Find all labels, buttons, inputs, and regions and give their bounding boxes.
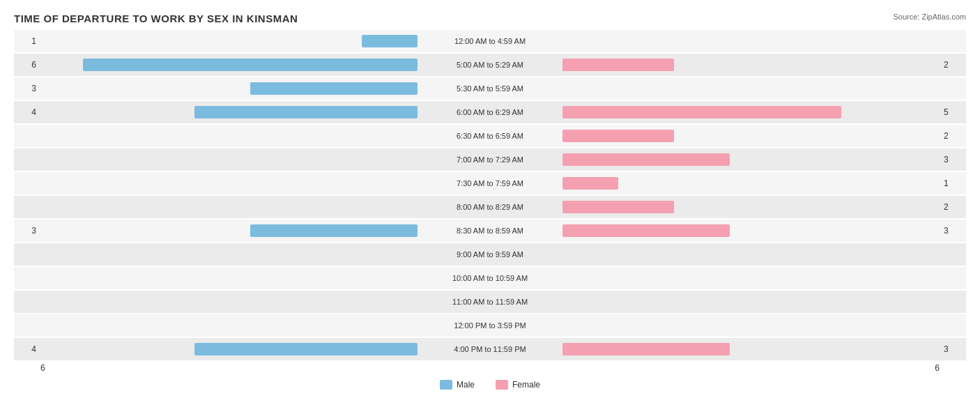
male-bar-container <box>40 247 420 262</box>
time-label: 8:30 AM to 8:59 AM <box>420 227 560 235</box>
male-bar-container <box>40 128 420 144</box>
time-label: 11:00 AM to 11:59 AM <box>420 298 560 306</box>
male-value: 3 <box>14 84 40 93</box>
male-bar-container <box>40 270 420 286</box>
female-bar <box>562 106 841 118</box>
time-label: 8:00 AM to 8:29 AM <box>420 203 560 211</box>
male-legend-label: Male <box>457 380 475 390</box>
table-row: 3 5:30 AM to 5:59 AM <box>14 77 966 100</box>
female-bar-container <box>560 270 940 286</box>
time-label: 12:00 PM to 3:59 PM <box>420 321 560 330</box>
female-bar <box>562 59 674 71</box>
female-bar-container <box>560 318 940 333</box>
male-value: 1 <box>14 36 40 46</box>
male-value: 4 <box>14 107 40 117</box>
male-legend-box <box>440 380 452 390</box>
time-label: 5:00 AM to 5:29 AM <box>420 61 560 69</box>
bottom-axis: 6 6 <box>14 363 966 373</box>
male-bar <box>250 224 418 237</box>
female-bar-container <box>560 247 940 262</box>
chart-container: TIME OF DEPARTURE TO WORK BY SEX IN KINS… <box>0 0 980 414</box>
female-bar-container <box>560 223 940 238</box>
legend-male: Male <box>440 380 475 390</box>
female-legend-label: Female <box>512 380 540 390</box>
male-value: 6 <box>14 60 40 70</box>
female-bar <box>562 201 674 213</box>
time-label: 9:00 AM to 9:59 AM <box>420 250 560 259</box>
legend-female: Female <box>496 380 540 390</box>
male-bar-container <box>40 294 420 309</box>
axis-right-val: 6 <box>935 363 940 373</box>
table-row: 4 4:00 PM to 11:59 PM 3 <box>14 338 966 360</box>
male-bar-container <box>40 223 420 238</box>
table-row: 4 6:00 AM to 6:29 AM 5 <box>14 101 966 123</box>
female-bar-container <box>560 342 940 357</box>
source-label: Source: ZipAtlas.com <box>893 13 966 21</box>
male-bar-container <box>40 318 420 333</box>
male-bar-container <box>40 176 420 191</box>
chart-title: TIME OF DEPARTURE TO WORK BY SEX IN KINS… <box>14 13 966 24</box>
table-row: 3 8:30 AM to 8:59 AM 3 <box>14 220 966 242</box>
male-bar <box>194 106 418 118</box>
table-row: 12:00 PM to 3:59 PM <box>14 314 966 337</box>
time-label: 6:00 AM to 6:29 AM <box>420 108 560 116</box>
table-row: 6 5:00 AM to 5:29 AM 2 <box>14 54 966 76</box>
axis-left-val: 6 <box>40 363 45 373</box>
female-bar <box>562 177 618 190</box>
female-bar-container <box>560 81 940 96</box>
male-bar <box>83 59 418 71</box>
table-row: 1 12:00 AM to 4:59 AM <box>14 30 966 52</box>
male-bar-container <box>40 105 420 120</box>
female-value: 3 <box>940 155 966 164</box>
table-row: 9:00 AM to 9:59 AM <box>14 243 966 266</box>
male-bar-container <box>40 199 420 215</box>
female-bar <box>562 153 730 166</box>
female-value: 3 <box>940 344 966 354</box>
female-bar-container <box>560 152 940 167</box>
female-bar-container <box>560 176 940 191</box>
female-value: 2 <box>940 60 966 70</box>
male-bar-container <box>40 81 420 96</box>
table-row: 7:30 AM to 7:59 AM 1 <box>14 172 966 194</box>
female-bar <box>562 343 730 355</box>
female-bar-container <box>560 294 940 309</box>
female-bar-container <box>560 33 940 49</box>
male-value: 4 <box>14 344 40 354</box>
female-value: 5 <box>940 107 966 117</box>
female-bar-container <box>560 105 940 120</box>
male-bar-container <box>40 152 420 167</box>
female-bar <box>562 224 730 237</box>
male-bar <box>362 35 418 47</box>
female-value: 3 <box>940 226 966 236</box>
female-bar <box>562 130 674 142</box>
time-label: 7:00 AM to 7:29 AM <box>420 155 560 164</box>
table-row: 6:30 AM to 6:59 AM 2 <box>14 125 966 147</box>
female-bar-container <box>560 57 940 72</box>
female-legend-box <box>496 380 508 390</box>
time-label: 5:30 AM to 5:59 AM <box>420 84 560 93</box>
male-bar-container <box>40 342 420 357</box>
male-bar <box>250 82 418 95</box>
male-value: 3 <box>14 226 40 236</box>
time-label: 6:30 AM to 6:59 AM <box>420 132 560 140</box>
time-label: 10:00 AM to 10:59 AM <box>420 274 560 282</box>
chart-area: 1 12:00 AM to 4:59 AM 6 5:00 AM to 5:29 … <box>14 30 966 360</box>
male-bar-container <box>40 57 420 72</box>
time-label: 12:00 AM to 4:59 AM <box>420 37 560 45</box>
time-label: 7:30 AM to 7:59 AM <box>420 179 560 187</box>
table-row: 10:00 AM to 10:59 AM <box>14 267 966 289</box>
female-value: 2 <box>940 131 966 141</box>
legend: Male Female <box>14 380 966 390</box>
table-row: 7:00 AM to 7:29 AM 3 <box>14 148 966 171</box>
table-row: 8:00 AM to 8:29 AM 2 <box>14 196 966 218</box>
female-value: 1 <box>940 178 966 188</box>
female-bar-container <box>560 199 940 215</box>
female-bar-container <box>560 128 940 144</box>
male-bar <box>194 343 418 355</box>
table-row: 11:00 AM to 11:59 AM <box>14 291 966 313</box>
time-label: 4:00 PM to 11:59 PM <box>420 345 560 353</box>
male-bar-container <box>40 33 420 49</box>
female-value: 2 <box>940 202 966 212</box>
